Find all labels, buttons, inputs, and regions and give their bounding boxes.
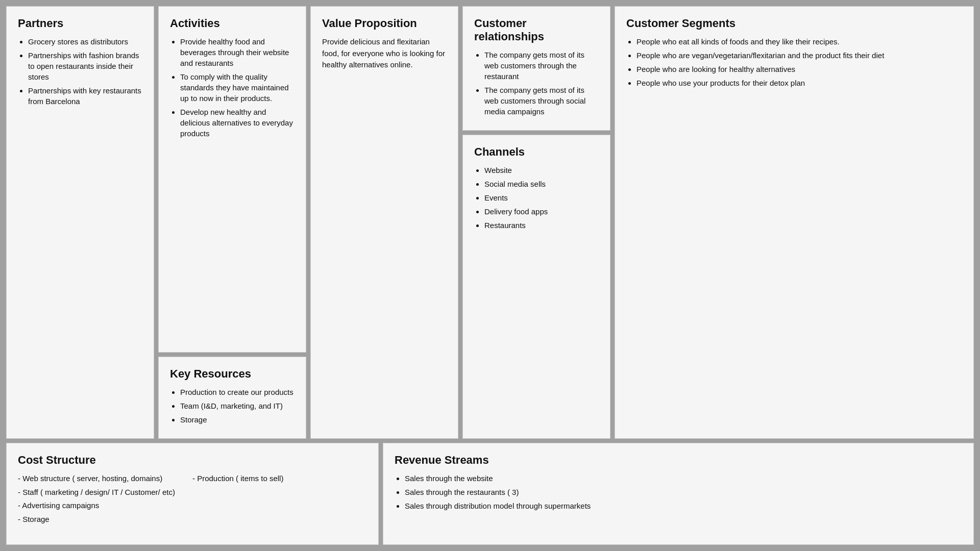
list-item: Delivery food apps: [484, 206, 599, 217]
list-item: People who are vegan/vegetarian/flexitar…: [636, 50, 962, 61]
list-item: People who are looking for healthy alter…: [636, 64, 962, 74]
list-item: Provide healthy food and beverages throu…: [180, 36, 295, 68]
customer-segments-card: Customer Segments People who eat all kin…: [615, 6, 974, 439]
key-resources-card: Key Resources Production to create our p…: [158, 357, 306, 439]
cost-items-col1: - Web structure ( server, hosting, domai…: [18, 473, 192, 525]
key-resources-title: Key Resources: [170, 367, 295, 381]
list-item: Develop new healthy and delicious altern…: [180, 107, 295, 139]
list-item: Social media sells: [484, 179, 599, 189]
customer-relationships-title: Customer relationships: [474, 17, 599, 43]
list-item: To comply with the quality standards the…: [180, 71, 295, 104]
list-item: Partnerships with fashion brands to open…: [28, 50, 142, 82]
activities-card: Activities Provide healthy food and beve…: [158, 6, 306, 353]
partners-list: Grocery stores as distributorsPartnershi…: [18, 36, 142, 107]
list-item: Sales through the website: [405, 473, 962, 484]
cost-structure-title: Cost Structure: [18, 454, 367, 467]
customer-relationships-card: Customer relationships The company gets …: [462, 6, 610, 131]
list-item: Events: [484, 192, 599, 203]
list-item: The company gets most of its web custome…: [484, 85, 599, 117]
cost-structure-card: Cost Structure - Web structure ( server,…: [6, 443, 379, 545]
list-item: Production to create our products: [180, 387, 295, 397]
value-proposition-title: Value Proposition: [322, 17, 447, 30]
list-item: Grocery stores as distributors: [28, 36, 142, 47]
list-item: People who eat all kinds of foods and th…: [636, 36, 962, 47]
cost-items-col2: - Production ( items to sell): [192, 473, 367, 485]
channels-title: Channels: [474, 145, 599, 159]
cost-item: - Storage: [18, 514, 192, 525]
partners-title: Partners: [18, 17, 142, 30]
partners-card: Partners Grocery stores as distributorsP…: [6, 6, 154, 439]
channels-card: Channels WebsiteSocial media sellsEvents…: [462, 135, 610, 439]
cost-col-2: - Production ( items to sell): [192, 473, 367, 527]
list-item: Storage: [180, 414, 295, 425]
activities-list: Provide healthy food and beverages throu…: [170, 36, 295, 139]
customer-segments-title: Customer Segments: [626, 17, 962, 30]
list-item: Team (I&D, marketing, and IT): [180, 400, 295, 411]
cost-item: - Production ( items to sell): [192, 473, 367, 485]
list-item: The company gets most of its web custome…: [484, 49, 599, 82]
cost-item: - Advertising campaigns: [18, 500, 192, 512]
list-item: Partnerships with key restaurants from B…: [28, 85, 142, 107]
list-item: Sales through distribution model through…: [405, 500, 962, 511]
customer-relationships-list: The company gets most of its web custome…: [474, 49, 599, 117]
activities-title: Activities: [170, 17, 295, 30]
channels-list: WebsiteSocial media sellsEventsDelivery …: [474, 165, 599, 231]
customer-segments-list: People who eat all kinds of foods and th…: [626, 36, 962, 88]
list-item: Restaurants: [484, 220, 599, 231]
cost-structure-content: - Web structure ( server, hosting, domai…: [18, 473, 367, 527]
cost-item: - Staff ( marketing / design/ IT / Custo…: [18, 487, 192, 498]
list-item: People who use your products for their d…: [636, 78, 962, 88]
revenue-streams-card: Revenue Streams Sales through the websit…: [383, 443, 974, 545]
list-item: Sales through the restaurants ( 3): [405, 487, 962, 497]
cost-item: - Web structure ( server, hosting, domai…: [18, 473, 192, 485]
list-item: Website: [484, 165, 599, 176]
revenue-streams-title: Revenue Streams: [395, 454, 962, 467]
cost-col-1: - Web structure ( server, hosting, domai…: [18, 473, 192, 527]
value-proposition-card: Value Proposition Provide delicious and …: [310, 6, 458, 439]
key-resources-list: Production to create our productsTeam (I…: [170, 387, 295, 425]
value-proposition-text: Provide delicious and flexitarian food, …: [322, 36, 447, 71]
revenue-streams-list: Sales through the websiteSales through t…: [395, 473, 962, 511]
